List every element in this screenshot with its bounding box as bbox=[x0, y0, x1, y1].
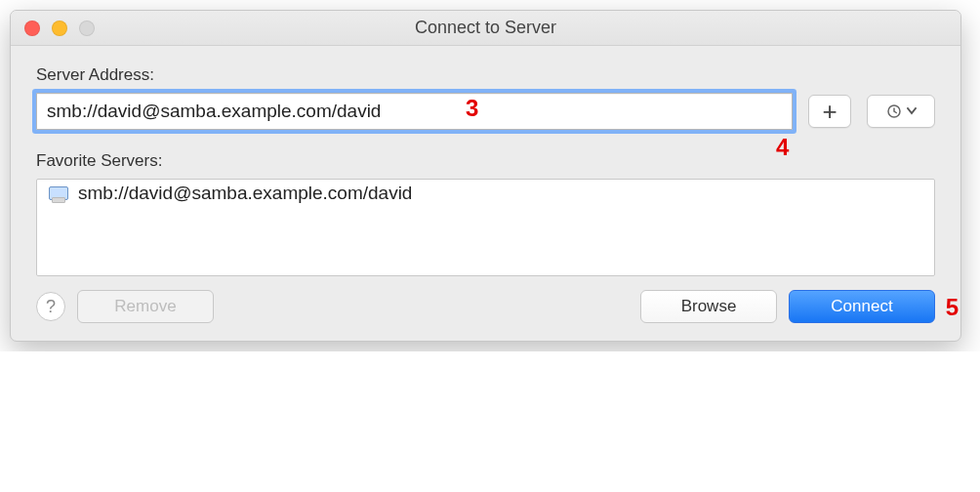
dialog-footer: ? Remove Browse Connect 5 bbox=[36, 290, 935, 323]
server-icon bbox=[49, 186, 68, 200]
help-button[interactable]: ? bbox=[36, 292, 65, 321]
browse-button[interactable]: Browse bbox=[640, 290, 777, 323]
address-input-wrap: 3 4 bbox=[36, 93, 793, 130]
connect-to-server-window: Connect to Server Server Address: 3 4 + bbox=[10, 10, 961, 342]
server-address-input[interactable] bbox=[36, 93, 793, 130]
list-item[interactable]: smb://david@samba.example.com/david bbox=[37, 180, 934, 207]
window-content: Server Address: 3 4 + Favorite Se bbox=[11, 46, 960, 341]
remove-button: Remove bbox=[77, 290, 214, 323]
favorite-servers-label: Favorite Servers: bbox=[36, 151, 935, 171]
annotation-5: 5 bbox=[946, 294, 959, 321]
connect-button[interactable]: Connect bbox=[789, 290, 935, 323]
annotation-3: 3 bbox=[466, 95, 478, 122]
titlebar: Connect to Server bbox=[11, 11, 960, 46]
help-icon: ? bbox=[46, 297, 56, 317]
server-address-label: Server Address: bbox=[36, 65, 935, 85]
clock-icon bbox=[885, 102, 903, 120]
favorite-servers-section: Favorite Servers: smb://david@samba.exam… bbox=[36, 151, 935, 276]
add-favorite-button[interactable]: + bbox=[808, 95, 851, 128]
remove-button-label: Remove bbox=[114, 297, 176, 316]
browse-button-label: Browse bbox=[681, 297, 737, 316]
connect-button-label: Connect bbox=[831, 297, 892, 316]
window-title: Connect to Server bbox=[11, 18, 960, 38]
annotation-4: 4 bbox=[776, 134, 789, 161]
favorite-servers-list[interactable]: smb://david@samba.example.com/david bbox=[36, 179, 935, 276]
chevron-down-icon bbox=[907, 107, 917, 115]
plus-icon: + bbox=[822, 97, 837, 127]
favorite-item-label: smb://david@samba.example.com/david bbox=[78, 183, 412, 204]
address-row: 3 4 + bbox=[36, 93, 935, 130]
history-dropdown-button[interactable] bbox=[867, 95, 935, 128]
